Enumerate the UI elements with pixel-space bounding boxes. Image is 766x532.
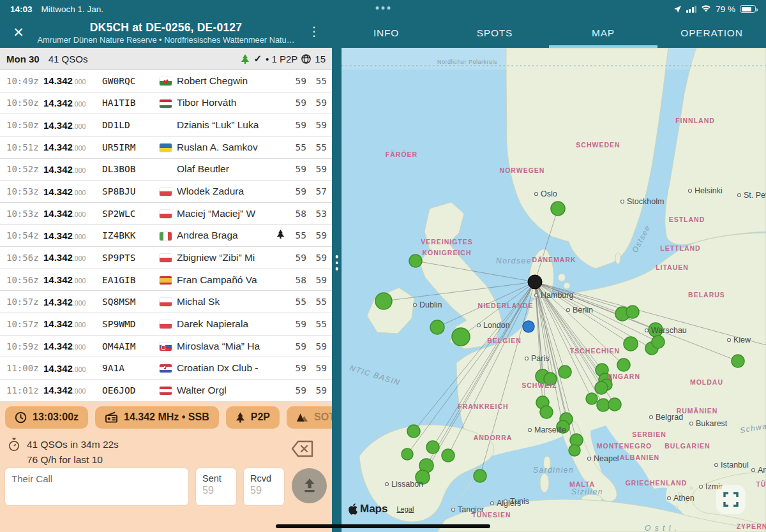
qso-map-marker[interactable] xyxy=(626,306,639,318)
qso-map-marker[interactable] xyxy=(624,337,638,351)
qso-row[interactable]: 11:01z14.342.000OE6JODWalter Orgl5959 xyxy=(0,380,332,402)
apple-logo-icon xyxy=(348,503,358,515)
rst-sent: 59 xyxy=(286,76,306,86)
city-marker xyxy=(738,194,741,197)
qso-row[interactable]: 10:59z14.342.000OM4AIMMiroslava “Mia” Ha… xyxy=(0,336,332,358)
qso-map-marker[interactable] xyxy=(409,255,422,267)
sent-input[interactable]: Sent 59 xyxy=(196,468,236,505)
qso-time: 10:59z xyxy=(6,341,43,351)
their-call-input[interactable]: Their Call xyxy=(5,468,188,505)
qso-row[interactable]: 10:51z14.342.000UR5IRMRuslan A. Samkov55… xyxy=(0,137,332,159)
qso-row[interactable]: 10:50z14.342.000HA1TIBTibor Horváth5959 xyxy=(0,92,332,115)
overflow-menu-button[interactable]: ⋮ xyxy=(308,24,320,39)
qso-map-marker[interactable] xyxy=(617,358,630,371)
panel-resize-handle[interactable] xyxy=(332,48,342,532)
city-marker xyxy=(567,309,570,312)
home-indicator[interactable] xyxy=(276,524,490,528)
frequency-mode-chip[interactable]: 14.342 MHz • SSB xyxy=(95,406,219,429)
city-marker xyxy=(491,502,494,505)
qso-map-marker[interactable] xyxy=(402,448,413,460)
qso-map-marker[interactable] xyxy=(426,441,439,454)
qso-row[interactable]: 10:53z14.342.000SP8BJUWlodek Zadura5957 xyxy=(0,181,332,203)
qso-map-marker[interactable] xyxy=(608,398,621,411)
sota-chip[interactable]: SOTA xyxy=(287,406,332,429)
qso-map-marker[interactable] xyxy=(586,393,597,404)
qso-map-marker[interactable] xyxy=(551,202,565,216)
qso-map-marker[interactable] xyxy=(652,336,665,348)
backspace-button[interactable] xyxy=(291,440,314,460)
city-marker xyxy=(645,329,649,332)
map-label: BELGIEN xyxy=(487,337,522,344)
close-button[interactable]: ✕ xyxy=(10,24,27,41)
station-map-marker[interactable] xyxy=(528,275,542,289)
day-header: Mon 30 41 QSOs ✓ • 1 P2P 15 xyxy=(0,48,332,70)
qso-callsign: SP8BJU xyxy=(102,186,160,196)
qso-callsign: GW0RQC xyxy=(102,76,160,86)
tab-map[interactable]: MAP xyxy=(549,18,657,48)
qso-row[interactable]: 10:56z14.342.000SP9PTSZbigniew “Zibi” Mi… xyxy=(0,247,332,269)
qso-operator-name: Robert Chegwin xyxy=(177,75,274,87)
qso-map-marker[interactable] xyxy=(595,381,608,394)
qso-row[interactable]: 10:52z14.342.000DL3BOBOlaf Beutler5959 xyxy=(0,159,332,181)
qso-map-marker[interactable] xyxy=(375,293,392,309)
qso-operator-name: Zbigniew “Zibi” Mi xyxy=(177,252,274,263)
qso-callsign: SP2WLC xyxy=(102,209,160,219)
map-label: FÄRÖER xyxy=(386,151,417,158)
qso-row[interactable]: 10:57z14.342.000SP9WMDDarek Napierala595… xyxy=(0,313,332,336)
tab-info[interactable]: INFO xyxy=(332,18,440,48)
time-chip[interactable]: 13:03:00z xyxy=(5,406,88,429)
map-label: BELARUS xyxy=(688,291,725,299)
map-label: VEREINIGTES xyxy=(421,238,473,246)
qso-map-marker[interactable] xyxy=(407,425,420,438)
page-subtitle: Amrumer Dünen Nature Reserve • Nordfries… xyxy=(31,35,301,45)
qso-map-marker[interactable] xyxy=(540,406,553,418)
app-header: ✕ DK5CH at DE-0256, DE-0127 Amrumer Düne… xyxy=(0,18,766,48)
qso-row[interactable]: 10:56z14.342.000EA1GIBFran Campañó Va585… xyxy=(0,269,332,292)
qso-map-marker[interactable] xyxy=(442,449,454,462)
rst-sent: 59 xyxy=(286,363,306,373)
qso-map-marker[interactable] xyxy=(430,320,444,334)
log-submit-button[interactable] xyxy=(292,468,327,503)
qso-row[interactable]: 10:57z14.342.000SQ8MSMMichal Sk5555 xyxy=(0,291,332,313)
map-label: MONTENEGRO xyxy=(597,442,652,450)
tab-spots[interactable]: SPOTS xyxy=(440,18,549,48)
rst-rcvd: 53 xyxy=(306,209,327,219)
qso-count: 41 QSOs xyxy=(49,54,88,64)
qso-map-marker[interactable] xyxy=(452,328,470,346)
qso-row[interactable]: 10:53z14.342.000SP2WLCMaciej “Maciej” W5… xyxy=(0,203,332,225)
globe-icon xyxy=(301,54,311,64)
country-flag-icon xyxy=(160,343,172,351)
map-panel[interactable]: FÄRÖERNORWEGENSCHWEDENFINNLANDESTLANDLET… xyxy=(342,48,766,532)
qso-map-marker[interactable] xyxy=(597,399,610,411)
qso-row[interactable]: 11:00z14.342.0009A1ACroatian Dx Club -59… xyxy=(0,357,332,380)
qso-row[interactable]: 10:54z14.342.000IZ4BKKAndrea Braga5559 xyxy=(0,225,332,247)
country-flag-icon xyxy=(160,232,172,240)
city-marker xyxy=(650,416,653,419)
qso-callsign: IZ4BKK xyxy=(102,230,160,240)
qso-frequency: 14.342.000 xyxy=(43,252,102,263)
qso-time: 10:56z xyxy=(6,275,43,285)
city-marker xyxy=(535,294,538,297)
tab-operation[interactable]: OPERATION xyxy=(657,18,766,48)
qso-frequency: 14.342.000 xyxy=(43,341,102,351)
legal-link[interactable]: Legal xyxy=(396,505,414,513)
fullscreen-button[interactable] xyxy=(716,485,746,514)
status-time: 14:03 xyxy=(10,4,33,14)
country-flag-icon xyxy=(160,77,172,85)
entry-panel: 13:03:00z14.342 MHz • SSBP2PSOTA 41 QSOs… xyxy=(0,402,332,532)
p2p-chip[interactable]: P2P xyxy=(226,406,280,429)
app-window: 14:03 Mittwoch 1. Jan. 79 % ✕ DK5CH at D… xyxy=(0,0,766,532)
blue-map-marker[interactable] xyxy=(523,321,534,332)
qso-map-marker[interactable] xyxy=(559,366,571,378)
location-arrow-icon xyxy=(673,5,682,13)
map-label: Bukarest xyxy=(696,419,728,428)
qso-map-marker[interactable] xyxy=(474,469,486,482)
qso-row[interactable]: 10:49z14.342.000GW0RQCRobert Chegwin5955 xyxy=(0,70,332,92)
map-label: UNGARN xyxy=(607,373,640,380)
qso-row[interactable]: 10:50z14.342.000DD1LDDzianis “Luk” Luka5… xyxy=(0,114,332,137)
map-label: Sardinien xyxy=(533,466,574,475)
rcvd-input[interactable]: Rcvd 59 xyxy=(244,468,284,505)
qso-map-marker[interactable] xyxy=(569,445,580,456)
country-flag-icon xyxy=(160,276,172,284)
qso-map-marker[interactable] xyxy=(732,355,744,367)
